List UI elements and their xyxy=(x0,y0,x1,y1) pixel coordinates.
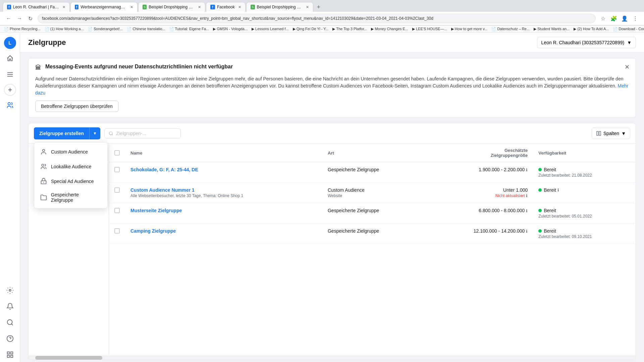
url-bar[interactable] xyxy=(38,14,596,23)
bookmark-sonder[interactable]: 📄 Sonderangebot!... xyxy=(88,27,123,31)
tab-favicon-werbung: f xyxy=(75,5,78,9)
bookmark-lee[interactable]: ▶ LEE'S HOUSE—... xyxy=(412,27,447,31)
tab-close-werbung[interactable]: ✕ xyxy=(130,5,133,9)
tab-close-drop2[interactable]: ✕ xyxy=(306,5,309,9)
scroll-thumb[interactable] xyxy=(35,356,102,360)
bookmark-money[interactable]: ▶ Money Changes E... xyxy=(371,27,408,31)
tab-favicon-fb2: f xyxy=(210,5,215,9)
audience-link-4[interactable]: Camping Zielgruppe xyxy=(130,228,176,234)
bookmark-how[interactable]: 📄 (1) How Working a... xyxy=(45,27,84,31)
tab-close-fb2[interactable]: ✕ xyxy=(238,5,241,9)
audience-link-1[interactable]: Schokolade, G: F, A: 25-44, DE xyxy=(130,167,198,172)
back-button[interactable]: ← xyxy=(4,14,13,23)
row-checkbox-3[interactable] xyxy=(114,208,120,213)
row-checkbox-4[interactable] xyxy=(114,228,120,234)
bookmark-datenschutz[interactable]: 📄 Datenschutz – Re... xyxy=(491,27,530,31)
audience-link-3[interactable]: Musterseite Zielgruppe xyxy=(130,208,182,213)
td-size-3: 6.800.000 - 8.000.000 ℹ xyxy=(429,203,533,224)
sidebar-icon-help[interactable] xyxy=(3,332,17,345)
tab-dropshipping1[interactable]: S Beispiel Dropshipping Store... ✕ xyxy=(138,2,205,12)
tab-werbung[interactable]: f Werbeanzeigenmanager - Ziel... ✕ xyxy=(70,2,138,12)
dropdown-item-custom-audience[interactable]: Custom Audience xyxy=(34,144,107,159)
custom-audience-icon xyxy=(40,148,48,156)
bookmark-chinese[interactable]: 📄 Chinese translatio... xyxy=(127,27,165,31)
horizontal-scrollbar[interactable] xyxy=(29,356,636,360)
refresh-button[interactable]: ↻ xyxy=(25,14,35,23)
bookmark-top3[interactable]: ▶ The Top 3 Platfor... xyxy=(332,27,367,31)
size-info-1[interactable]: ℹ xyxy=(526,168,528,172)
sidebar-icon-add[interactable] xyxy=(4,84,16,96)
bookmark-how2[interactable]: ▶ (2) How To Add A... xyxy=(574,27,609,31)
menu-button[interactable]: ⋮ xyxy=(631,14,640,23)
alert-check-button[interactable]: Betroffene Zielgruppen überprüfen xyxy=(35,101,118,112)
table-toolbar: Zielgruppe erstellen ▼ Cust xyxy=(29,123,636,144)
tab-facebook2[interactable]: f Facebook ✕ xyxy=(206,2,246,12)
dropdown-item-special[interactable]: Special Ad Audience xyxy=(34,174,107,189)
sidebar-icon-grid[interactable] xyxy=(3,348,17,361)
svg-point-19 xyxy=(109,132,112,135)
bookmark-more[interactable]: ▶ How to get more v... xyxy=(451,27,488,31)
create-button-arrow[interactable]: ▼ xyxy=(89,128,100,139)
account-selector[interactable]: Leon R. Chaudhari (303253577220899) ▼ xyxy=(537,37,636,48)
audience-link-2[interactable]: Custom Audience Nummer 1 xyxy=(130,187,195,193)
size-info-3[interactable]: ℹ xyxy=(526,208,528,213)
alert-header: 🏛 Messaging-Events aufgrund neuer Datens… xyxy=(35,64,629,71)
new-tab-button[interactable]: + xyxy=(314,2,323,12)
row-checkbox-2[interactable] xyxy=(114,187,120,193)
th-type: Art xyxy=(322,144,429,162)
td-checkbox-2 xyxy=(109,183,125,203)
forward-button[interactable]: → xyxy=(15,14,24,23)
account-button[interactable]: 👤 xyxy=(620,14,629,23)
availability-dot-3 xyxy=(538,209,542,212)
extensions-button[interactable]: 🧩 xyxy=(609,14,619,23)
bookmark-lessons[interactable]: ▶ Lessons Learned f... xyxy=(252,27,289,31)
svg-point-5 xyxy=(8,103,10,105)
bookmark-button[interactable]: ☆ xyxy=(598,14,608,23)
td-availability-3: Bereit Zuletzt bearbeitet: 05.01.2022 xyxy=(533,203,636,224)
size-info-4[interactable]: ℹ xyxy=(526,229,528,234)
header-checkbox[interactable] xyxy=(114,150,120,156)
not-updated-2: Nicht aktualisiert ℹ xyxy=(435,193,528,198)
availability-status-2: Bereit xyxy=(544,187,556,193)
avatar[interactable]: L xyxy=(4,37,16,49)
toolbar-right: Spalten ▼ xyxy=(592,128,630,139)
create-button[interactable]: Zielgruppe erstellen ▼ xyxy=(34,127,100,139)
tab-dropshipping2[interactable]: S Beispiel Dropshipping Store ✕ xyxy=(246,2,313,12)
create-button-main[interactable]: Zielgruppe erstellen xyxy=(34,127,89,139)
search-icon xyxy=(109,131,113,136)
tab-label-werbung: Werbeanzeigenmanager - Ziel... xyxy=(80,5,127,9)
sidebar-icon-settings[interactable] xyxy=(3,284,17,297)
sidebar-icon-search[interactable] xyxy=(3,316,17,329)
svg-rect-22 xyxy=(599,131,601,135)
bookmark-download[interactable]: 📄 Download - Cook... xyxy=(613,27,644,31)
availability-date-3: Zuletzt bearbeitet: 05.01.2022 xyxy=(538,214,630,219)
bookmark-student[interactable]: ▶ Student Wants an... xyxy=(534,27,570,31)
special-ad-icon xyxy=(40,177,48,185)
type-main-3: Gespeicherte Zielgruppe xyxy=(328,208,424,213)
columns-button[interactable]: Spalten ▼ xyxy=(592,128,630,139)
tab-close-drop1[interactable]: ✕ xyxy=(198,5,201,9)
sidebar-icon-home[interactable] xyxy=(3,52,17,65)
tab-close[interactable]: ✕ xyxy=(62,5,65,9)
row-checkbox-1[interactable] xyxy=(114,167,120,172)
bookmark-gmsn[interactable]: ▶ GMSN - Vologda... xyxy=(213,27,248,31)
alert-close-button[interactable]: ✕ xyxy=(622,62,632,72)
bookmark-tutorial[interactable]: 📄 Tutorial: Eigene Fa... xyxy=(169,27,209,31)
tab-favicon: f xyxy=(7,5,11,9)
availability-dot-2 xyxy=(538,188,542,192)
availability-info-2[interactable]: ℹ xyxy=(557,188,559,192)
search-input[interactable] xyxy=(116,131,176,136)
sidebar-icon-people[interactable] xyxy=(3,99,17,112)
type-main-2: Custom Audience xyxy=(328,187,424,193)
sidebar-icon-bell[interactable] xyxy=(3,300,17,313)
tab-facebook[interactable]: f Leon R. Chaudhari | Facebook ✕ xyxy=(3,2,70,12)
dropdown-item-lookalike[interactable]: Lookalike Audience xyxy=(34,159,107,174)
td-name-4: Camping Zielgruppe xyxy=(125,224,322,244)
type-main-4: Gespeicherte Zielgruppe xyxy=(328,228,424,234)
sidebar-icon-menu[interactable] xyxy=(3,68,17,81)
bookmark-phone[interactable]: 📄 Phone Recycling... xyxy=(4,27,41,31)
bookmark-qing[interactable]: ▶ Qing Fei De Yi - Y... xyxy=(293,27,329,31)
type-main-1: Gespeicherte Zielgruppe xyxy=(328,167,424,172)
not-updated-info-2[interactable]: ℹ xyxy=(526,193,528,198)
dropdown-item-saved[interactable]: Gespeicherte Zielgruppe xyxy=(34,189,107,206)
